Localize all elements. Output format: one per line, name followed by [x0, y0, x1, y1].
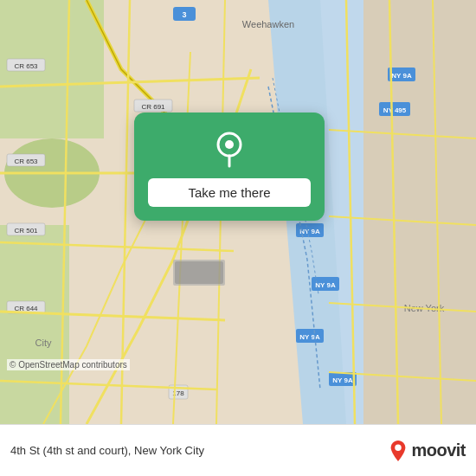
- location-label: 4th St (4th st and court), New York City: [10, 444, 389, 457]
- svg-text:NY 9A: NY 9A: [315, 281, 336, 289]
- svg-point-56: [396, 444, 402, 450]
- moovit-logo: moovit: [389, 440, 466, 462]
- svg-text:NY 9A: NY 9A: [332, 376, 353, 384]
- svg-rect-4: [0, 225, 69, 424]
- map-pin-icon: [209, 128, 250, 170]
- svg-rect-53: [175, 261, 223, 284]
- svg-text:City: City: [35, 338, 52, 348]
- svg-rect-6: [363, 0, 476, 424]
- bottom-bar: 4th St (4th st and court), New York City…: [0, 424, 476, 476]
- map-container: 3 CR 653 CR 653 CR 691 CR 501 CR 644 NY …: [0, 0, 476, 424]
- svg-text:3: 3: [182, 10, 186, 19]
- moovit-brand-name: moovit: [411, 441, 466, 460]
- svg-text:CR 653: CR 653: [14, 158, 38, 165]
- svg-text:CR 501: CR 501: [14, 227, 38, 235]
- moovit-pin-icon: [389, 440, 408, 462]
- svg-text:CR 691: CR 691: [141, 103, 165, 111]
- take-me-there-button[interactable]: Take me there: [148, 178, 311, 207]
- svg-point-55: [225, 140, 234, 149]
- svg-text:Weehawken: Weehawken: [242, 19, 294, 29]
- location-card: Take me there: [134, 113, 325, 221]
- svg-text:NY 9A: NY 9A: [299, 333, 320, 341]
- svg-text:NY 495: NY 495: [383, 106, 407, 114]
- svg-text:CR 653: CR 653: [14, 62, 38, 70]
- map-attribution: © OpenStreetMap contributors: [7, 359, 130, 370]
- svg-text:NY 9A: NY 9A: [391, 72, 412, 80]
